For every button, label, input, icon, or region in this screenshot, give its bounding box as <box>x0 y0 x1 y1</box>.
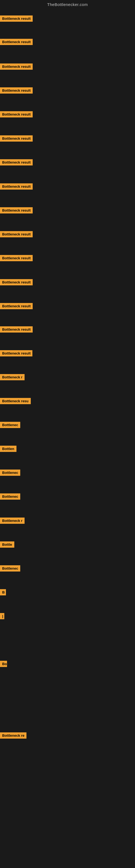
bottleneck-item-18[interactable]: Bottlenec <box>0 422 20 428</box>
bottleneck-badge-14: Bottleneck result <box>0 326 33 333</box>
bottleneck-badge-12: Bottleneck result <box>0 279 33 285</box>
bottleneck-badge-5: Bottleneck result <box>0 111 33 118</box>
bottleneck-item-25[interactable]: B <box>0 589 6 595</box>
bottleneck-item-6[interactable]: Bottleneck result <box>0 135 33 142</box>
bottleneck-item-5[interactable]: Bottleneck result <box>0 111 33 118</box>
bottleneck-badge-22: Bottleneck r <box>0 518 25 524</box>
bottleneck-badge-1: Bottleneck result <box>0 16 33 22</box>
bottleneck-badge-24: Bottlenec <box>0 565 20 571</box>
bottleneck-badge-10: Bottleneck result <box>0 231 33 237</box>
bottleneck-badge-28: Bottleneck re <box>0 733 27 739</box>
bottleneck-item-22[interactable]: Bottleneck r <box>0 518 25 524</box>
bottleneck-item-7[interactable]: Bottleneck result <box>0 159 33 165</box>
bottleneck-badge-11: Bottleneck result <box>0 255 33 261</box>
bottleneck-item-28[interactable]: Bottleneck re <box>0 733 27 739</box>
bottleneck-badge-27: Bo <box>0 661 7 667</box>
bottleneck-item-4[interactable]: Bottleneck result <box>0 87 33 94</box>
bottleneck-badge-9: Bottleneck result <box>0 207 33 214</box>
bottleneck-item-13[interactable]: Bottleneck result <box>0 303 33 309</box>
bottleneck-item-2[interactable]: Bottleneck result <box>0 39 33 45</box>
bottleneck-item-14[interactable]: Bottleneck result <box>0 326 33 333</box>
bottleneck-item-15[interactable]: Bottleneck result <box>0 350 32 356</box>
bottleneck-item-1[interactable]: Bottleneck result <box>0 16 33 22</box>
bottleneck-badge-7: Bottleneck result <box>0 159 33 165</box>
bottleneck-item-3[interactable]: Bottleneck result <box>0 63 33 70</box>
site-title: TheBottlenecker.com <box>0 0 135 8</box>
bottleneck-badge-15: Bottleneck result <box>0 350 32 356</box>
bottleneck-item-19[interactable]: Bottlen <box>0 446 16 452</box>
bottleneck-item-20[interactable]: Bottlenec <box>0 469 20 476</box>
bottleneck-badge-2: Bottleneck result <box>0 39 33 45</box>
bottleneck-badge-26: | <box>0 613 4 619</box>
bottleneck-badge-19: Bottlen <box>0 446 16 452</box>
bottleneck-badge-3: Bottleneck result <box>0 63 33 70</box>
bottleneck-item-10[interactable]: Bottleneck result <box>0 231 33 237</box>
bottleneck-badge-4: Bottleneck result <box>0 87 33 94</box>
bottleneck-item-12[interactable]: Bottleneck result <box>0 279 33 285</box>
bottleneck-badge-13: Bottleneck result <box>0 303 33 309</box>
bottleneck-item-24[interactable]: Bottlenec <box>0 565 20 571</box>
bottleneck-item-17[interactable]: Bottleneck resu <box>0 398 31 404</box>
bottleneck-badge-6: Bottleneck result <box>0 135 33 142</box>
bottleneck-item-11[interactable]: Bottleneck result <box>0 255 33 261</box>
bottleneck-badge-21: Bottlenec <box>0 493 20 500</box>
bottleneck-item-27[interactable]: Bo <box>0 661 7 667</box>
bottleneck-item-16[interactable]: Bottleneck r <box>0 374 25 380</box>
bottleneck-badge-25: B <box>0 589 6 595</box>
bottleneck-badge-17: Bottleneck resu <box>0 398 31 404</box>
bottleneck-badge-20: Bottlenec <box>0 469 20 476</box>
bottleneck-badge-16: Bottleneck r <box>0 374 25 380</box>
bottleneck-item-9[interactable]: Bottleneck result <box>0 207 33 214</box>
bottleneck-item-8[interactable]: Bottleneck result <box>0 183 33 190</box>
bottleneck-item-23[interactable]: Bottle <box>0 541 14 548</box>
bottleneck-item-26[interactable]: | <box>0 613 4 619</box>
bottleneck-badge-8: Bottleneck result <box>0 183 33 190</box>
bottleneck-item-21[interactable]: Bottlenec <box>0 493 20 500</box>
bottleneck-badge-23: Bottle <box>0 541 14 548</box>
bottleneck-badge-18: Bottlenec <box>0 422 20 428</box>
